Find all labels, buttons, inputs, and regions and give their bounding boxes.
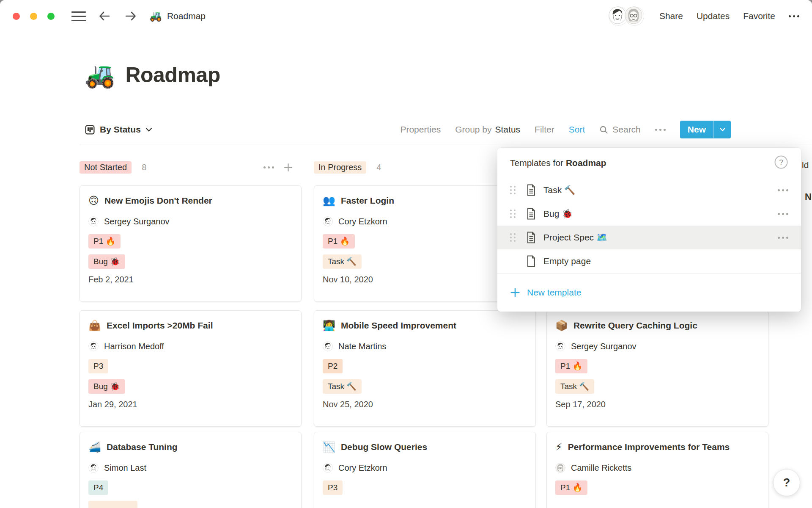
board-card[interactable]: 👩‍💻Mobile Speed Improvement Nate Martins… [314, 310, 536, 427]
templates-popup: Templates for Roadmap ? Task 🔨 Bug 🐞 Pro… [497, 148, 801, 312]
template-more-options-icon[interactable] [778, 237, 788, 239]
popup-title-subject: Roadmap [566, 158, 606, 168]
new-dropdown-chevron-icon[interactable] [714, 121, 731, 138]
templates-help-icon[interactable]: ? [774, 155, 788, 171]
board-column-not-started: Not Started 8 🙃New Emojis Don't Render S… [80, 160, 302, 174]
priority-badge: P1 🔥 [88, 234, 121, 248]
top-bar: 🚜 Roadmap Share Updates Favorite [0, 0, 812, 32]
clipped-text-fragment: ld [802, 160, 809, 170]
empty-page-icon [526, 255, 536, 267]
template-label: Bug 🐞 [543, 209, 573, 219]
template-item-project-spec[interactable]: Project Spec 🗺️ [497, 226, 801, 249]
template-label: Project Spec 🗺️ [543, 232, 607, 243]
view-switcher[interactable]: By Status [85, 124, 152, 135]
group-by-button[interactable]: Group by Status [455, 124, 520, 135]
new-button[interactable]: New [680, 121, 731, 138]
type-badge [88, 501, 137, 508]
card-title: Debug Slow Queries [341, 441, 427, 453]
drag-handle-icon[interactable] [510, 233, 517, 242]
type-badge: Bug 🐞 [88, 379, 125, 394]
add-card-icon[interactable] [283, 163, 293, 172]
zoom-window-button[interactable] [47, 13, 55, 20]
assignee-avatar [555, 341, 565, 351]
assignee-avatar [88, 216, 99, 226]
priority-badge: P2 [323, 359, 343, 373]
forward-button[interactable] [123, 8, 138, 24]
new-template-button[interactable]: New template [497, 273, 801, 312]
template-label: Task 🔨 [543, 185, 575, 195]
assignee-avatar [555, 463, 565, 473]
breadcrumb[interactable]: 🚜 Roadmap [149, 10, 206, 22]
close-window-button[interactable] [13, 13, 20, 20]
sidebar-menu-icon[interactable] [71, 11, 86, 21]
chevron-down-icon [145, 127, 152, 132]
assignee-name: Nate Martins [338, 342, 386, 351]
template-item-task[interactable]: Task 🔨 [497, 178, 801, 202]
priority-badge: P3 [323, 480, 343, 495]
card-date: Sep 17, 2020 [555, 400, 760, 409]
template-page-icon [526, 208, 536, 220]
page-title[interactable]: Roadmap [125, 63, 220, 87]
assignee-avatar [88, 341, 99, 351]
card-emoji-icon: 📉 [323, 441, 335, 453]
doc-emoji-icon: 🚜 [149, 10, 162, 22]
card-title: Rewrite Query Caching Logic [573, 319, 697, 332]
board-card[interactable]: 🚄Database Tuning Simon Last P4 [80, 432, 302, 508]
priority-badge: P3 [88, 359, 108, 373]
assignee-avatar [323, 216, 333, 226]
assignee-name: Simon Last [104, 463, 146, 473]
template-item-empty-page[interactable]: Empty page [497, 249, 801, 273]
assignee-avatar [323, 463, 333, 473]
help-button[interactable]: ? [773, 469, 800, 496]
minimize-window-button[interactable] [30, 13, 37, 20]
view-name: By Status [100, 124, 141, 135]
new-button-label: New [680, 121, 713, 138]
more-options-icon[interactable] [789, 15, 799, 17]
share-button[interactable]: Share [659, 11, 683, 21]
search-label: Search [612, 124, 641, 135]
card-emoji-icon: 👩‍💻 [323, 319, 335, 332]
priority-badge: P1 🔥 [555, 359, 587, 373]
priority-badge: P1 🔥 [555, 480, 587, 495]
card-title: Excel Imports >20Mb Fail [107, 319, 213, 332]
search-button[interactable]: Search [599, 124, 641, 135]
presence-avatars[interactable] [608, 6, 645, 27]
template-page-icon [526, 184, 536, 196]
view-more-options-icon[interactable] [655, 129, 666, 131]
column-more-options-icon[interactable] [263, 166, 274, 168]
priority-badge: P4 [88, 480, 108, 495]
board-card[interactable]: 👜Excel Imports >20Mb Fail Harrison Medof… [80, 310, 302, 427]
group-by-label: Group by [455, 124, 491, 135]
template-more-options-icon[interactable] [778, 189, 788, 191]
view-toolbar: By Status Properties Group by Status Fil… [80, 115, 812, 144]
drag-handle-icon[interactable] [510, 210, 517, 218]
template-item-bug[interactable]: Bug 🐞 [497, 202, 801, 226]
type-badge: Task 🔨 [555, 379, 594, 394]
properties-button[interactable]: Properties [400, 124, 441, 135]
filter-button[interactable]: Filter [535, 124, 554, 135]
back-button[interactable] [97, 8, 112, 24]
favorite-button[interactable]: Favorite [743, 11, 775, 21]
assignee-name: Cory Etzkorn [338, 217, 387, 226]
column-count: 4 [376, 163, 381, 172]
card-emoji-icon: 👜 [88, 319, 101, 332]
avatar[interactable] [624, 6, 645, 27]
board-card[interactable]: 📉Debug Slow Queries Cory Etzkorn P3 [314, 432, 536, 508]
board-card[interactable]: ⚡Performance Improvements for Teams Cami… [546, 432, 768, 508]
card-date: Nov 10, 2020 [323, 275, 527, 284]
assignee-name: Sergey Surganov [571, 342, 636, 351]
column-status-badge: Not Started [80, 161, 132, 174]
template-more-options-icon[interactable] [778, 213, 788, 215]
updates-button[interactable]: Updates [697, 11, 730, 21]
plus-icon [510, 287, 520, 298]
board-card[interactable]: 🙃New Emojis Don't Render Sergey Surganov… [80, 185, 302, 302]
drag-handle-icon[interactable] [510, 186, 517, 194]
board-view-icon [85, 124, 95, 135]
type-badge: Task 🔨 [323, 379, 362, 394]
column-status-badge: In Progress [314, 161, 366, 174]
card-date: Nov 25, 2020 [323, 400, 527, 409]
sort-button[interactable]: Sort [569, 124, 585, 135]
template-page-icon [526, 232, 536, 243]
assignee-avatar [323, 341, 333, 351]
board-card[interactable]: 📦Rewrite Query Caching Logic Sergey Surg… [546, 310, 768, 427]
